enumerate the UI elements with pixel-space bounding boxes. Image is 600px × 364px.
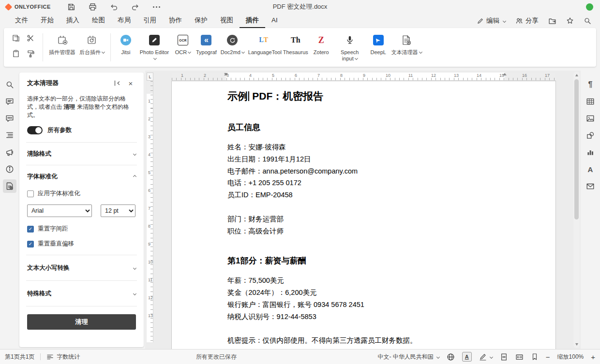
- plugin-manager-button[interactable]: 插件管理器: [47, 30, 77, 64]
- languagetool-plugin-button[interactable]: LT LanguageTool: [246, 30, 281, 64]
- copy-button[interactable]: [12, 34, 20, 42]
- doc-paragraph[interactable]: 部门：财务运营部: [227, 213, 503, 225]
- shape-settings-button[interactable]: [584, 129, 597, 142]
- section-special-formats[interactable]: 特殊格式: [27, 281, 136, 306]
- fit-width-button[interactable]: [515, 353, 524, 361]
- chat-sidebar-button[interactable]: [3, 112, 16, 125]
- plugin-panel-button[interactable]: [3, 179, 16, 193]
- bookmark-tool-button[interactable]: [531, 353, 539, 361]
- tab-home[interactable]: 开始: [34, 14, 60, 28]
- spell-check-button[interactable]: A: [462, 352, 472, 362]
- redo-button[interactable]: [131, 2, 140, 11]
- search-sidebar-button[interactable]: [3, 78, 16, 91]
- tab-protection[interactable]: 保护: [188, 14, 214, 28]
- scrollbar-thumb[interactable]: [574, 79, 579, 219]
- apply-font-normalization-row[interactable]: 应用字体标准化: [27, 189, 136, 198]
- zoom-out-button[interactable]: −: [546, 353, 550, 361]
- doc-paragraph[interactable]: 电话：+1 205 255 0172: [227, 177, 503, 189]
- doc-paragraph[interactable]: 员工ID：EMP-20458: [227, 189, 503, 201]
- reset-letter-spacing-checkbox[interactable]: ✓: [27, 226, 34, 233]
- photo-editor-plugin-button[interactable]: Photo Editor: [137, 30, 172, 64]
- mail-merge-button[interactable]: [584, 179, 597, 193]
- deepl-plugin-button[interactable]: DeepL: [367, 30, 390, 64]
- font-size-select[interactable]: 12 pt: [101, 204, 135, 217]
- tab-insert[interactable]: 插入: [60, 14, 86, 28]
- close-panel-button[interactable]: ×: [125, 78, 136, 88]
- scroll-up-arrow[interactable]: [573, 72, 580, 78]
- paragraph-settings-button[interactable]: ¶: [584, 78, 597, 91]
- comments-sidebar-button[interactable]: [3, 95, 16, 108]
- zoom-in-button[interactable]: +: [591, 353, 595, 361]
- page-number-indicator[interactable]: 第1页共1页: [5, 353, 34, 361]
- set-language-button[interactable]: [447, 353, 455, 361]
- all-parameters-toggle[interactable]: [27, 126, 43, 134]
- reset-vertical-offset-checkbox[interactable]: ✓: [27, 241, 34, 248]
- doc-paragraph[interactable]: 出生日期：1991年1月12日: [227, 153, 503, 165]
- undo-button[interactable]: [110, 2, 119, 11]
- tab-draw[interactable]: 绘图: [86, 14, 111, 28]
- doc-paragraph[interactable]: 电子邮件：anna.peterson@company.com: [227, 165, 503, 177]
- cut-button[interactable]: [27, 34, 34, 42]
- text-cleaner-plugin-button[interactable]: 文本清理器: [390, 30, 424, 64]
- tab-plugins[interactable]: 插件: [240, 14, 265, 28]
- user-avatar[interactable]: [586, 3, 593, 11]
- doc-heading-title[interactable]: 示例 PDF：机密报告: [227, 89, 503, 103]
- reset-vertical-offset-row[interactable]: ✓ 重置垂直偏移: [27, 240, 136, 248]
- apply-font-normalization-checkbox[interactable]: [27, 190, 34, 197]
- tab-layout[interactable]: 布局: [111, 14, 137, 28]
- zotero-plugin-button[interactable]: Z Zotero: [310, 30, 332, 64]
- save-button[interactable]: [67, 2, 76, 11]
- typograf-plugin-button[interactable]: « Typograf: [194, 30, 219, 64]
- about-button[interactable]: [3, 162, 16, 176]
- tab-view[interactable]: 视图: [214, 14, 240, 28]
- background-plugins-button[interactable]: 后台插件: [77, 30, 106, 64]
- collapse-panel-button[interactable]: [112, 78, 122, 88]
- image-settings-button[interactable]: [584, 112, 597, 125]
- customize-quick-access-button[interactable]: [152, 2, 161, 11]
- scroll-down-arrow[interactable]: [573, 341, 580, 348]
- speech-input-plugin-button[interactable]: Speech input: [332, 30, 367, 64]
- zoom-level[interactable]: 缩放100%: [557, 353, 584, 361]
- tab-file[interactable]: 文件: [9, 14, 34, 28]
- doc2md-plugin-button[interactable]: Doc2md: [219, 30, 246, 64]
- document-language-selector[interactable]: 中文- 中华人民共和国: [377, 353, 439, 361]
- share-button[interactable]: 分享: [515, 16, 539, 25]
- section-font-normalization[interactable]: 字体标准化: [27, 165, 136, 188]
- ocr-plugin-button[interactable]: OCR OCR: [172, 30, 194, 64]
- clean-button[interactable]: 清理: [27, 314, 136, 330]
- table-settings-button[interactable]: [584, 95, 597, 108]
- horizontal-ruler[interactable]: 1234567891011121314151617: [172, 73, 555, 81]
- doc-heading-employee-info[interactable]: 员工信息: [227, 122, 503, 133]
- section-clear-formatting[interactable]: 清除格式: [27, 143, 136, 165]
- doc-heading-salary[interactable]: 第1部分：薪资与薪酬: [227, 255, 503, 267]
- feedback-button[interactable]: [3, 146, 16, 159]
- edit-mode-button[interactable]: 编辑: [477, 16, 506, 25]
- section-text-case[interactable]: 文本大小写转换: [27, 255, 136, 280]
- tab-references[interactable]: 引用: [137, 14, 163, 28]
- doc-paragraph[interactable]: 银行账户：富国银行，账号 0934 5678 2451: [227, 299, 503, 311]
- print-button[interactable]: [89, 2, 97, 11]
- open-file-location-button[interactable]: [548, 17, 556, 25]
- textart-settings-button[interactable]: A: [584, 162, 597, 176]
- doc-paragraph[interactable]: 职位：高级会计师: [227, 225, 503, 237]
- chart-settings-button[interactable]: [584, 146, 597, 159]
- search-button[interactable]: [584, 17, 591, 25]
- jitsi-plugin-button[interactable]: Jitsi: [115, 30, 137, 64]
- word-count-button[interactable]: 字数统计: [46, 353, 80, 361]
- tab-collaboration[interactable]: 协作: [163, 14, 188, 28]
- copy-style-button[interactable]: [27, 50, 34, 58]
- paste-button[interactable]: [12, 50, 20, 58]
- reset-letter-spacing-row[interactable]: ✓ 重置字间距: [27, 225, 136, 233]
- doc-paragraph[interactable]: 年薪：75,500美元: [227, 275, 503, 287]
- favorite-button[interactable]: [566, 17, 574, 25]
- document-page[interactable]: 示例 PDF：机密报告 员工信息 姓名：安娜·彼得森 出生日期：1991年1月1…: [172, 81, 555, 349]
- doc-paragraph[interactable]: 奖金（2024年）：6,200美元: [227, 287, 503, 299]
- tab-stop-selector[interactable]: L: [147, 73, 153, 81]
- doc-paragraph[interactable]: 机密提示：仅供内部使用。不得向第三方透露员工财务数据。: [227, 335, 503, 347]
- doc-paragraph[interactable]: 纳税人识别号：912-44-5853: [227, 311, 503, 323]
- thesaurus-plugin-button[interactable]: Th Thesaurus: [281, 30, 310, 64]
- vertical-ruler[interactable]: 12345678910111213: [147, 81, 153, 342]
- vertical-scrollbar[interactable]: [573, 72, 580, 348]
- track-changes-button[interactable]: [479, 353, 493, 361]
- tab-ai[interactable]: AI: [265, 14, 284, 28]
